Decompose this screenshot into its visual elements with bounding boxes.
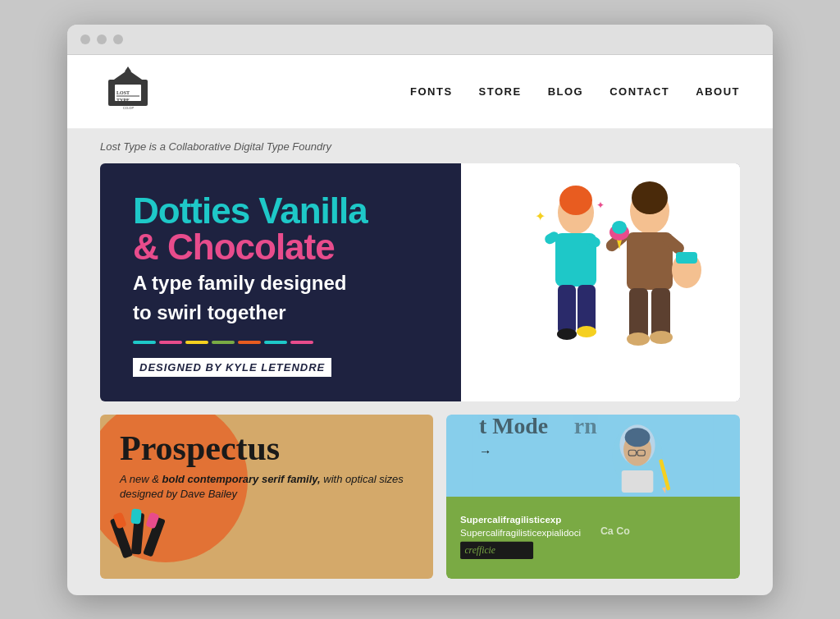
hero-subtitle-line1: A type family designed — [133, 272, 428, 296]
svg-text:t Mode: t Mode — [479, 415, 548, 438]
card-container-right: t Mode rn → — [446, 415, 740, 579]
svg-point-31 — [612, 221, 627, 234]
svg-text:✦: ✦ — [535, 209, 546, 223]
paint-brushes-icon — [108, 505, 174, 571]
grid-card-svg: Supercalifragilisticexp Supercalifragili… — [454, 503, 732, 572]
tagline-text: Lost Type is a Collaborative Digital Typ… — [100, 140, 331, 153]
svg-text:Ca Co: Ca Co — [600, 525, 630, 537]
nav-about[interactable]: ABOUT — [696, 85, 740, 98]
browser-dot-green — [113, 34, 123, 44]
browser-dot-yellow — [97, 34, 107, 44]
card-modern-top[interactable]: t Mode rn → — [446, 415, 740, 497]
svg-text:Supercalifragilisticexp: Supercalifragilisticexp — [460, 514, 561, 524]
svg-point-10 — [559, 186, 592, 215]
wave-dot-5 — [238, 341, 261, 344]
wave-dot-7 — [290, 341, 313, 344]
hero-designer-label: DESIGNED BY KYLE LETENDRE — [133, 358, 331, 377]
tagline-bar: Lost Type is a Collaborative Digital Typ… — [67, 129, 773, 163]
svg-point-21 — [632, 181, 668, 214]
hero-left: Dotties Vanilla & Chocolate A type famil… — [100, 163, 461, 401]
logo-icon: LOST TYPE CO-OP — [100, 63, 156, 119]
svg-text:TYPE: TYPE — [116, 98, 130, 103]
prospectus-title: Prospectus — [120, 431, 413, 465]
svg-rect-51 — [622, 470, 654, 492]
bottom-cards: Prospectus A new & bold contemporary ser… — [100, 415, 740, 579]
card-grid-bottom[interactable]: Supercalifragilisticexp Supercalifragili… — [446, 497, 740, 579]
svg-point-28 — [650, 331, 673, 344]
svg-text:LOST: LOST — [116, 90, 130, 95]
wave-dot-4 — [212, 341, 235, 344]
svg-text:CO-OP: CO-OP — [123, 106, 134, 110]
svg-text:Supercalifragilisticexpialidoc: Supercalifragilisticexpialidoci — [460, 527, 581, 537]
wave-dot-2 — [159, 341, 182, 344]
nav-store[interactable]: STORE — [479, 85, 522, 98]
page-content: LOST TYPE CO-OP FONTS STORE BLOG CONTACT… — [67, 55, 773, 579]
svg-text:rn: rn — [574, 415, 597, 438]
svg-point-27 — [627, 332, 650, 346]
svg-text:crefficie: crefficie — [464, 545, 495, 556]
hero-right: ✦ ✦ — [461, 163, 740, 401]
characters-svg: ✦ ✦ — [461, 163, 740, 401]
svg-point-17 — [577, 326, 596, 337]
logo-area[interactable]: LOST TYPE CO-OP — [100, 63, 156, 119]
wave-dot-1 — [133, 341, 156, 344]
main-nav: FONTS STORE BLOG CONTACT ABOUT — [410, 85, 740, 98]
hero-designer-area: DESIGNED BY KYLE LETENDRE — [133, 358, 428, 377]
prospectus-desc: A new & bold contemporary serif family, … — [120, 472, 413, 502]
hero-titles: Dotties Vanilla & Chocolate A type famil… — [133, 193, 428, 326]
site-header: LOST TYPE CO-OP FONTS STORE BLOG CONTACT… — [67, 55, 773, 129]
nav-fonts[interactable]: FONTS — [410, 85, 453, 98]
hero-wave-underline — [133, 341, 428, 344]
svg-rect-25 — [629, 288, 648, 339]
nav-contact[interactable]: CONTACT — [609, 85, 669, 98]
svg-rect-33 — [676, 252, 697, 264]
hero-subtitle-line2: to swirl together — [133, 301, 428, 325]
svg-text:✦: ✦ — [596, 199, 605, 211]
card-prospectus[interactable]: Prospectus A new & bold contemporary ser… — [100, 415, 433, 579]
browser-dot-red — [80, 34, 90, 44]
hero-title-chocolate: & Chocolate — [133, 229, 428, 265]
modern-card-svg: t Mode rn → — [446, 415, 740, 497]
svg-rect-14 — [558, 285, 576, 334]
svg-point-47 — [625, 428, 651, 447]
browser-window: LOST TYPE CO-OP FONTS STORE BLOG CONTACT… — [67, 25, 773, 595]
hero-banner[interactable]: Dotties Vanilla & Chocolate A type famil… — [100, 163, 740, 401]
nav-blog[interactable]: BLOG — [548, 85, 584, 98]
svg-point-16 — [557, 328, 577, 340]
wave-dot-3 — [185, 341, 208, 344]
browser-chrome — [67, 25, 773, 55]
svg-text:→: → — [479, 444, 491, 458]
hero-title-vanilla: Dotties Vanilla — [133, 193, 428, 229]
wave-dot-6 — [264, 341, 287, 344]
svg-rect-37 — [130, 508, 142, 524]
